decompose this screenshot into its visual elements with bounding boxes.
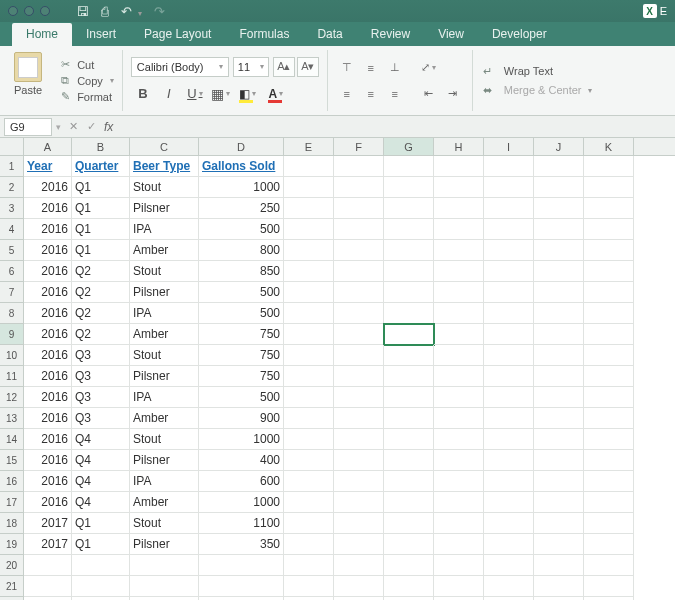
cell[interactable] bbox=[484, 555, 534, 576]
row-header[interactable]: 14 bbox=[0, 429, 23, 450]
cell[interactable] bbox=[199, 555, 284, 576]
cell[interactable] bbox=[484, 534, 534, 555]
row-header[interactable]: 7 bbox=[0, 282, 23, 303]
cell[interactable] bbox=[484, 219, 534, 240]
cell[interactable] bbox=[584, 576, 634, 597]
cell[interactable] bbox=[534, 261, 584, 282]
row-header[interactable]: 10 bbox=[0, 345, 23, 366]
cell[interactable]: Q1 bbox=[72, 534, 130, 555]
row-header[interactable]: 11 bbox=[0, 366, 23, 387]
cell[interactable]: Beer Type bbox=[130, 156, 199, 177]
column-header[interactable]: H bbox=[434, 138, 484, 155]
cell[interactable] bbox=[384, 282, 434, 303]
cell[interactable]: Pilsner bbox=[130, 450, 199, 471]
cell[interactable]: Pilsner bbox=[130, 534, 199, 555]
cell[interactable]: IPA bbox=[130, 471, 199, 492]
align-middle-button[interactable]: ≡ bbox=[360, 58, 382, 78]
cell[interactable]: Q1 bbox=[72, 177, 130, 198]
cell[interactable] bbox=[534, 387, 584, 408]
cell[interactable] bbox=[384, 156, 434, 177]
cell[interactable] bbox=[584, 219, 634, 240]
cell[interactable] bbox=[534, 345, 584, 366]
cell[interactable] bbox=[334, 156, 384, 177]
cell[interactable]: 1100 bbox=[199, 513, 284, 534]
cell[interactable]: Pilsner bbox=[130, 282, 199, 303]
row-header[interactable]: 21 bbox=[0, 576, 23, 597]
cell[interactable] bbox=[434, 261, 484, 282]
cell[interactable] bbox=[534, 219, 584, 240]
cell[interactable] bbox=[284, 240, 334, 261]
cell[interactable] bbox=[384, 429, 434, 450]
cell[interactable] bbox=[584, 177, 634, 198]
cell[interactable] bbox=[284, 366, 334, 387]
cell[interactable]: 2017 bbox=[24, 534, 72, 555]
cell[interactable]: 2016 bbox=[24, 261, 72, 282]
cell[interactable]: Q2 bbox=[72, 261, 130, 282]
ribbon-tab-data[interactable]: Data bbox=[303, 23, 356, 46]
cell[interactable]: 750 bbox=[199, 324, 284, 345]
cell[interactable]: 2016 bbox=[24, 345, 72, 366]
cell[interactable] bbox=[484, 240, 534, 261]
cell[interactable]: 600 bbox=[199, 471, 284, 492]
cell[interactable] bbox=[284, 555, 334, 576]
row-header[interactable]: 13 bbox=[0, 408, 23, 429]
cell[interactable] bbox=[384, 408, 434, 429]
enter-formula-button[interactable]: ✓ bbox=[82, 120, 100, 133]
cell[interactable]: 350 bbox=[199, 534, 284, 555]
cell[interactable] bbox=[24, 555, 72, 576]
cell[interactable] bbox=[584, 555, 634, 576]
cell[interactable] bbox=[384, 513, 434, 534]
cell[interactable]: 500 bbox=[199, 303, 284, 324]
cell[interactable] bbox=[584, 156, 634, 177]
ribbon-tab-home[interactable]: Home bbox=[12, 23, 72, 46]
minimize-dot-icon[interactable] bbox=[24, 6, 34, 16]
cell[interactable] bbox=[584, 261, 634, 282]
cell[interactable] bbox=[484, 198, 534, 219]
cancel-formula-button[interactable]: ✕ bbox=[64, 120, 82, 133]
cell[interactable] bbox=[534, 366, 584, 387]
ribbon-tab-review[interactable]: Review bbox=[357, 23, 424, 46]
cell[interactable] bbox=[434, 387, 484, 408]
cell[interactable]: Q1 bbox=[72, 513, 130, 534]
cell[interactable] bbox=[584, 408, 634, 429]
column-header[interactable]: B bbox=[72, 138, 130, 155]
cell[interactable]: Stout bbox=[130, 177, 199, 198]
increase-indent-button[interactable]: ⇥ bbox=[442, 84, 464, 104]
decrease-font-size-button[interactable]: A▾ bbox=[297, 57, 319, 77]
cell[interactable] bbox=[434, 198, 484, 219]
fx-icon[interactable]: fx bbox=[100, 120, 117, 134]
ribbon-tab-page-layout[interactable]: Page Layout bbox=[130, 23, 225, 46]
cell[interactable]: Q1 bbox=[72, 198, 130, 219]
cell[interactable]: 2016 bbox=[24, 282, 72, 303]
cell[interactable]: Q4 bbox=[72, 450, 130, 471]
cell[interactable] bbox=[284, 303, 334, 324]
cell[interactable]: 2016 bbox=[24, 492, 72, 513]
cell[interactable] bbox=[534, 177, 584, 198]
ribbon-tab-formulas[interactable]: Formulas bbox=[225, 23, 303, 46]
cell[interactable]: 400 bbox=[199, 450, 284, 471]
decrease-indent-button[interactable]: ⇤ bbox=[418, 84, 440, 104]
cell[interactable]: 750 bbox=[199, 345, 284, 366]
column-header[interactable]: K bbox=[584, 138, 634, 155]
cell[interactable] bbox=[384, 177, 434, 198]
align-bottom-button[interactable]: ⊥ bbox=[384, 58, 406, 78]
cell[interactable] bbox=[384, 261, 434, 282]
cell[interactable] bbox=[334, 429, 384, 450]
cell[interactable]: 900 bbox=[199, 408, 284, 429]
cell[interactable] bbox=[534, 198, 584, 219]
cell[interactable] bbox=[584, 387, 634, 408]
cell[interactable] bbox=[384, 366, 434, 387]
cell[interactable] bbox=[284, 198, 334, 219]
name-box-dropdown-icon[interactable]: ▾ bbox=[52, 122, 64, 132]
cell[interactable] bbox=[584, 471, 634, 492]
align-left-button[interactable]: ≡ bbox=[336, 84, 358, 104]
zoom-dot-icon[interactable] bbox=[40, 6, 50, 16]
cell[interactable] bbox=[284, 429, 334, 450]
cell[interactable] bbox=[534, 555, 584, 576]
cell[interactable] bbox=[534, 450, 584, 471]
column-header[interactable]: C bbox=[130, 138, 199, 155]
row-header[interactable]: 12 bbox=[0, 387, 23, 408]
column-header[interactable]: I bbox=[484, 138, 534, 155]
cell[interactable]: Amber bbox=[130, 324, 199, 345]
cell[interactable] bbox=[534, 471, 584, 492]
